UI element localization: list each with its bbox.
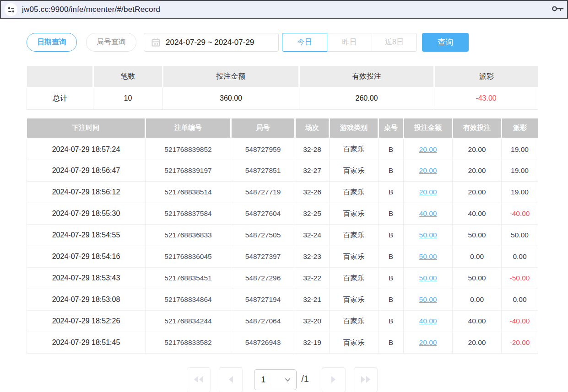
round-id-cell: 548727719 [231,182,295,203]
round-id-cell: 548726943 [231,332,295,354]
date-range-value: 2024-07-29 ~ 2024-07-29 [166,38,254,47]
valid-bet-cell: 20.00 [453,160,502,182]
summary-header-valid-bet: 有效投注 [299,66,434,87]
tab-round-query[interactable]: 局号查询 [86,33,136,52]
page-select-value: 1 [261,375,285,385]
table-no-cell: B [379,139,404,160]
table-no-cell: B [379,289,404,311]
table-no-cell: B [379,160,404,182]
table-no-cell: B [379,182,404,203]
table-row: 2024-07-29 18:55:30521768837584548727604… [27,203,538,225]
game-type-cell: 百家乐 [330,311,379,332]
bet-id-cell: 521768838514 [146,182,231,203]
bet-time-cell: 2024-07-29 18:53:43 [27,268,146,289]
pagination: 1 /1 [27,367,538,392]
key-icon[interactable] [552,5,563,15]
bet-amount-cell: 20.00 [404,332,453,354]
tune-icon[interactable] [5,3,17,16]
valid-bet-cell: 0.00 [453,289,502,311]
header-table-no: 桌号 [379,118,404,139]
bet-time-cell: 2024-07-29 18:52:26 [27,311,146,332]
bet-amount-cell: 50.00 [404,225,453,246]
payout-cell: 19.00 [502,182,538,203]
bet-amount-link[interactable]: 40.00 [419,209,437,217]
bet-amount-cell: 40.00 [404,311,453,332]
summary-total-row: 总计 10 360.00 260.00 -43.00 [27,87,538,109]
bet-time-cell: 2024-07-29 18:57:24 [27,139,146,160]
bet-id-cell: 521768835451 [146,268,231,289]
bet-amount-link[interactable]: 20.00 [419,188,437,196]
summary-header-payout: 派彩 [434,66,538,87]
header-session: 场次 [295,118,330,139]
bet-id-cell: 521768837584 [146,203,231,225]
bet-amount-link[interactable]: 50.00 [419,274,437,282]
last8days-button[interactable]: 近8日 [372,33,417,52]
url-text[interactable]: jw05.cc:9900/infe/mcenter/#/betRecord [22,5,552,14]
browser-address-bar[interactable]: jw05.cc:9900/infe/mcenter/#/betRecord [0,0,568,19]
bet-amount-link[interactable]: 50.00 [419,295,437,303]
table-row: 2024-07-29 18:54:16521768836045548727397… [27,246,538,268]
bet-time-cell: 2024-07-29 18:51:45 [27,332,146,354]
session-cell: 32-25 [295,203,330,225]
page-select[interactable]: 1 [254,369,297,390]
bet-amount-cell: 20.00 [404,182,453,203]
date-range-input[interactable]: 2024-07-29 ~ 2024-07-29 [144,33,279,52]
game-type-cell: 百家乐 [330,203,379,225]
first-page-button[interactable] [187,367,211,392]
payout-cell: -40.00 [502,311,538,332]
table-no-cell: B [379,203,404,225]
payout-cell: -20.00 [502,332,538,354]
payout-cell: 0.00 [502,289,538,311]
round-id-cell: 548727194 [231,289,295,311]
header-game-type: 游戏类别 [330,118,379,139]
tab-date-query[interactable]: 日期查询 [27,33,77,52]
yesterday-button[interactable]: 昨日 [327,33,372,52]
game-type-cell: 百家乐 [330,268,379,289]
bet-amount-link[interactable]: 50.00 [419,231,437,239]
table-row: 2024-07-29 18:52:26521768834244548727064… [27,311,538,332]
game-type-cell: 百家乐 [330,225,379,246]
today-button[interactable]: 今日 [282,33,327,52]
double-left-arrow-icon [193,376,204,385]
bet-amount-cell: 20.00 [404,160,453,182]
table-no-cell: B [379,332,404,354]
summary-total-label: 总计 [27,87,93,109]
valid-bet-cell: 0.00 [453,246,502,268]
session-cell: 32-21 [295,289,330,311]
bet-amount-link[interactable]: 40.00 [419,317,437,325]
prev-page-button[interactable] [219,367,243,392]
bet-table: 下注时间 注单编号 局号 场次 游戏类别 桌号 投注金额 有效投注 派彩 202… [27,118,538,354]
bet-amount-link[interactable]: 20.00 [419,166,437,174]
bet-amount-link[interactable]: 20.00 [419,338,437,346]
bet-record-page: 日期查询 局号查询 2024-07-29 ~ 2024-07-29 今日 昨日 [0,19,568,392]
game-type-cell: 百家乐 [330,160,379,182]
session-cell: 32-23 [295,246,330,268]
bet-amount-cell: 50.00 [404,289,453,311]
valid-bet-cell: 20.00 [453,182,502,203]
bet-time-cell: 2024-07-29 18:55:30 [27,203,146,225]
double-right-arrow-icon [360,376,371,385]
bet-amount-link[interactable]: 50.00 [419,252,437,260]
round-id-cell: 548727851 [231,160,295,182]
payout-cell: -50.00 [502,268,538,289]
payout-cell: 0.00 [502,246,538,268]
bet-amount-link[interactable]: 20.00 [419,145,437,153]
round-id-cell: 548727296 [231,268,295,289]
payout-cell: -40.00 [502,203,538,225]
game-type-cell: 百家乐 [330,332,379,354]
round-id-cell: 548727604 [231,203,295,225]
next-page-button[interactable] [322,367,346,392]
search-button[interactable]: 查询 [422,33,469,52]
bet-table-header-row: 下注时间 注单编号 局号 场次 游戏类别 桌号 投注金额 有效投注 派彩 [27,118,538,139]
game-type-cell: 百家乐 [330,289,379,311]
last-page-button[interactable] [354,367,378,392]
session-cell: 32-27 [295,160,330,182]
table-no-cell: B [379,311,404,332]
calendar-icon [151,38,160,47]
bet-time-cell: 2024-07-29 18:54:55 [27,225,146,246]
table-no-cell: B [379,225,404,246]
session-cell: 32-24 [295,225,330,246]
summary-total-payout: -43.00 [434,87,538,109]
session-cell: 32-28 [295,139,330,160]
summary-total-valid-bet: 260.00 [299,87,434,109]
